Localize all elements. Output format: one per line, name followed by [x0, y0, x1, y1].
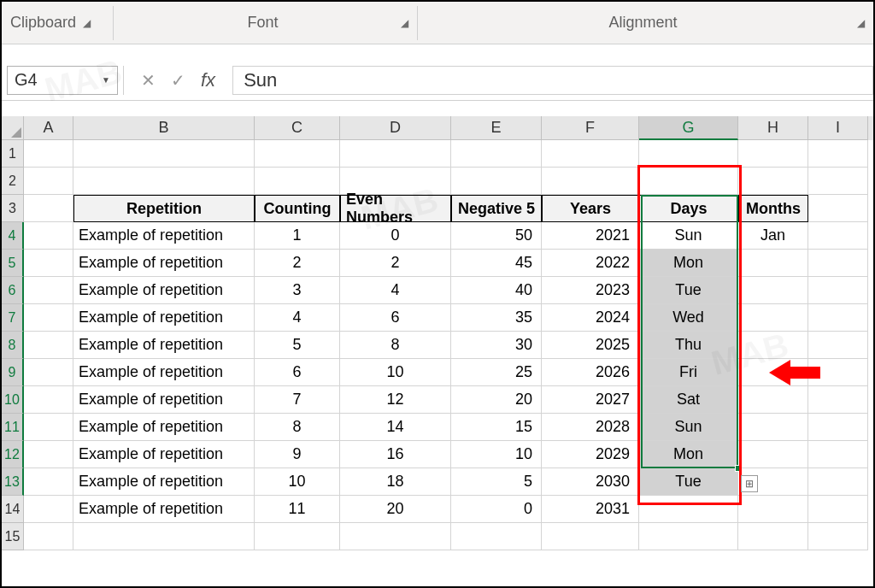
cell-C10[interactable]: 7: [255, 386, 340, 414]
cell-A12[interactable]: [24, 441, 73, 468]
column-header-C[interactable]: C: [255, 116, 340, 140]
cell-H3[interactable]: Months: [738, 195, 808, 222]
cell-E5[interactable]: 45: [451, 250, 542, 277]
cell-E8[interactable]: 30: [451, 332, 542, 359]
cell-G15[interactable]: [639, 523, 738, 550]
cell-B3[interactable]: Repetition: [73, 195, 255, 222]
cell-G2[interactable]: [639, 168, 738, 195]
cell-I6[interactable]: [808, 277, 868, 304]
cell-I7[interactable]: [808, 304, 868, 332]
cell-B2[interactable]: [73, 168, 255, 195]
cell-E2[interactable]: [451, 168, 542, 195]
cell-B1[interactable]: [73, 140, 255, 168]
cell-C3[interactable]: Counting: [255, 195, 340, 222]
cell-D9[interactable]: 10: [340, 359, 451, 386]
cell-A2[interactable]: [24, 168, 73, 195]
cell-I12[interactable]: [808, 441, 868, 468]
cell-F11[interactable]: 2028: [542, 414, 639, 441]
cell-B13[interactable]: Example of repetition: [73, 468, 255, 496]
row-header[interactable]: 10: [2, 386, 24, 414]
alignment-dialog-launcher-icon[interactable]: ◢: [855, 15, 866, 31]
cell-G13[interactable]: Tue: [639, 468, 738, 496]
cell-F14[interactable]: 2031: [542, 496, 639, 523]
cell-A4[interactable]: [24, 222, 73, 250]
cell-B4[interactable]: Example of repetition: [73, 222, 255, 250]
cell-I15[interactable]: [808, 523, 868, 550]
column-header-E[interactable]: E: [451, 116, 542, 140]
cell-D7[interactable]: 6: [340, 304, 451, 332]
cell-F15[interactable]: [542, 523, 639, 550]
row-header[interactable]: 13: [2, 468, 24, 496]
cell-B15[interactable]: [73, 523, 255, 550]
cell-B8[interactable]: Example of repetition: [73, 332, 255, 359]
cell-H15[interactable]: [738, 523, 808, 550]
cell-B10[interactable]: Example of repetition: [73, 386, 255, 414]
row-header[interactable]: 3: [2, 195, 24, 222]
cell-E11[interactable]: 15: [451, 414, 542, 441]
cell-C1[interactable]: [255, 140, 340, 168]
cell-E15[interactable]: [451, 523, 542, 550]
cell-G4[interactable]: Sun: [639, 222, 738, 250]
name-box-dropdown-icon[interactable]: ▼: [102, 75, 110, 85]
column-header-H[interactable]: H: [738, 116, 808, 140]
column-header-G[interactable]: G: [639, 116, 738, 140]
cell-C11[interactable]: 8: [255, 414, 340, 441]
row-header[interactable]: 2: [2, 168, 24, 195]
column-header-F[interactable]: F: [542, 116, 639, 140]
cell-I2[interactable]: [808, 168, 868, 195]
cell-A11[interactable]: [24, 414, 73, 441]
cell-I4[interactable]: [808, 222, 868, 250]
cell-D15[interactable]: [340, 523, 451, 550]
cell-A7[interactable]: [24, 304, 73, 332]
cell-F3[interactable]: Years: [542, 195, 639, 222]
cell-F1[interactable]: [542, 140, 639, 168]
autofill-options-icon[interactable]: ⊞: [741, 475, 758, 492]
fx-icon[interactable]: fx: [201, 69, 215, 91]
cell-B14[interactable]: Example of repetition: [73, 496, 255, 523]
cell-E1[interactable]: [451, 140, 542, 168]
cell-B11[interactable]: Example of repetition: [73, 414, 255, 441]
row-header[interactable]: 8: [2, 332, 24, 359]
cell-G6[interactable]: Tue: [639, 277, 738, 304]
cell-B12[interactable]: Example of repetition: [73, 441, 255, 468]
cell-H12[interactable]: [738, 441, 808, 468]
cancel-icon[interactable]: ✕: [141, 70, 156, 91]
cell-H1[interactable]: [738, 140, 808, 168]
cell-F7[interactable]: 2024: [542, 304, 639, 332]
cell-H11[interactable]: [738, 414, 808, 441]
cell-C5[interactable]: 2: [255, 250, 340, 277]
cell-I13[interactable]: [808, 468, 868, 496]
cell-E14[interactable]: 0: [451, 496, 542, 523]
cell-F13[interactable]: 2030: [542, 468, 639, 496]
cell-C6[interactable]: 3: [255, 277, 340, 304]
cell-A15[interactable]: [24, 523, 73, 550]
name-box[interactable]: G4 ▼: [7, 66, 118, 95]
cell-C9[interactable]: 6: [255, 359, 340, 386]
cell-E12[interactable]: 10: [451, 441, 542, 468]
cell-E4[interactable]: 50: [451, 222, 542, 250]
row-header[interactable]: 14: [2, 496, 24, 523]
cell-G12[interactable]: Mon: [639, 441, 738, 468]
cell-E7[interactable]: 35: [451, 304, 542, 332]
cell-E6[interactable]: 40: [451, 277, 542, 304]
cell-A9[interactable]: [24, 359, 73, 386]
cell-I1[interactable]: [808, 140, 868, 168]
cell-F10[interactable]: 2027: [542, 386, 639, 414]
cell-C2[interactable]: [255, 168, 340, 195]
cell-F5[interactable]: 2022: [542, 250, 639, 277]
column-header-A[interactable]: A: [24, 116, 73, 140]
cell-A3[interactable]: [24, 195, 73, 222]
row-header[interactable]: 7: [2, 304, 24, 332]
cell-H6[interactable]: [738, 277, 808, 304]
cell-D5[interactable]: 2: [340, 250, 451, 277]
cell-D3[interactable]: Even Numbers: [340, 195, 451, 222]
cell-F9[interactable]: 2026: [542, 359, 639, 386]
cell-G7[interactable]: Wed: [639, 304, 738, 332]
cell-D12[interactable]: 16: [340, 441, 451, 468]
cell-D1[interactable]: [340, 140, 451, 168]
cell-C13[interactable]: 10: [255, 468, 340, 496]
cell-H4[interactable]: Jan: [738, 222, 808, 250]
font-dialog-launcher-icon[interactable]: ◢: [399, 15, 410, 31]
cell-C15[interactable]: [255, 523, 340, 550]
cell-G11[interactable]: Sun: [639, 414, 738, 441]
